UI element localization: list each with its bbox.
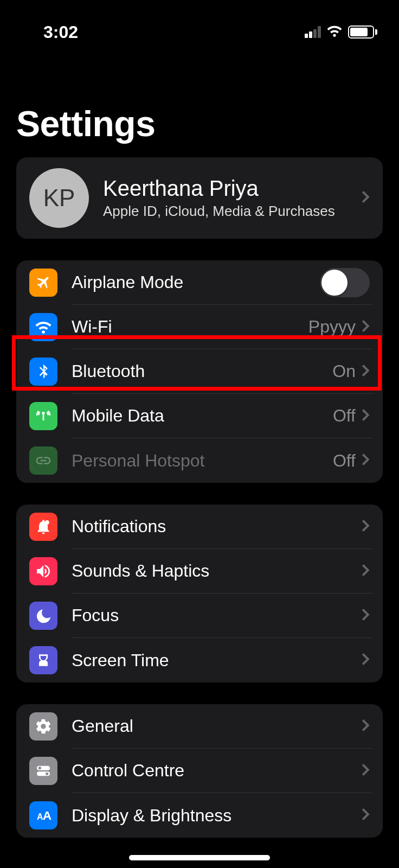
connectivity-group: Airplane Mode Wi-Fi Ppyyy Bluetooth On M… <box>16 260 383 483</box>
mobile-data-label: Mobile Data <box>72 406 333 426</box>
avatar: KP <box>29 168 89 228</box>
switches-icon <box>29 757 57 785</box>
wifi-status-icon <box>326 25 343 39</box>
wifi-icon <box>29 313 57 341</box>
wifi-row[interactable]: Wi-Fi Ppyyy <box>16 305 383 349</box>
chevron-right-icon <box>361 190 370 206</box>
chevron-right-icon <box>361 363 370 380</box>
control-centre-label: Control Centre <box>72 761 361 781</box>
airplane-mode-row[interactable]: Airplane Mode <box>16 260 383 305</box>
sounds-row[interactable]: Sounds & Haptics <box>16 549 383 593</box>
wifi-value: Ppyyy <box>308 317 356 337</box>
chevron-right-icon <box>361 519 370 535</box>
profile-group: KP Keerthana Priya Apple ID, iCloud, Med… <box>16 157 383 239</box>
general-row[interactable]: General <box>16 704 383 749</box>
sounds-label: Sounds & Haptics <box>72 561 361 581</box>
profile-row[interactable]: KP Keerthana Priya Apple ID, iCloud, Med… <box>16 157 383 239</box>
chevron-right-icon <box>361 452 370 469</box>
bluetooth-value: On <box>332 361 356 381</box>
link-icon <box>29 446 57 475</box>
airplane-icon <box>29 269 57 297</box>
svg-point-4 <box>46 773 48 775</box>
speaker-icon <box>29 557 57 585</box>
notifications-group: Notifications Sounds & Haptics Focus Scr… <box>16 505 383 682</box>
focus-label: Focus <box>72 605 361 626</box>
hotspot-value: Off <box>333 451 356 471</box>
gear-icon <box>29 712 57 741</box>
screen-time-label: Screen Time <box>72 650 361 671</box>
general-group: General Control Centre AA Display & Brig… <box>16 704 383 838</box>
airplane-toggle[interactable] <box>320 268 370 297</box>
page-title: Settings <box>0 49 399 157</box>
cellular-signal-icon <box>305 26 321 38</box>
status-time: 3:02 <box>43 22 78 42</box>
profile-subtitle: Apple ID, iCloud, Media & Purchases <box>103 203 361 220</box>
screen-time-row[interactable]: Screen Time <box>16 638 383 682</box>
battery-icon <box>348 25 377 39</box>
general-label: General <box>72 716 361 736</box>
chevron-right-icon <box>361 319 370 335</box>
mobile-data-value: Off <box>333 406 356 426</box>
bell-icon <box>29 513 57 541</box>
bluetooth-row[interactable]: Bluetooth On <box>16 349 383 394</box>
bluetooth-icon <box>29 358 57 386</box>
control-centre-row[interactable]: Control Centre <box>16 749 383 793</box>
notifications-label: Notifications <box>72 516 361 537</box>
focus-row[interactable]: Focus <box>16 593 383 638</box>
notifications-row[interactable]: Notifications <box>16 505 383 549</box>
chevron-right-icon <box>361 408 370 424</box>
svg-point-2 <box>38 767 41 769</box>
chevron-right-icon <box>361 763 370 779</box>
moon-icon <box>29 602 57 630</box>
status-icons <box>305 25 377 39</box>
airplane-label: Airplane Mode <box>72 272 320 292</box>
display-label: Display & Brightness <box>72 806 361 826</box>
wifi-label: Wi-Fi <box>72 317 308 337</box>
chevron-right-icon <box>361 563 370 579</box>
chevron-right-icon <box>361 807 370 824</box>
text-size-icon: AA <box>29 801 57 829</box>
hotspot-label: Personal Hotspot <box>72 451 333 471</box>
chevron-right-icon <box>361 652 370 668</box>
svg-point-0 <box>45 520 49 525</box>
hourglass-icon <box>29 646 57 674</box>
chevron-right-icon <box>361 608 370 624</box>
svg-text:A: A <box>43 808 52 822</box>
bluetooth-label: Bluetooth <box>72 361 332 381</box>
hotspot-row[interactable]: Personal Hotspot Off <box>16 438 383 483</box>
display-brightness-row[interactable]: AA Display & Brightness <box>16 793 383 838</box>
chevron-right-icon <box>361 718 370 735</box>
mobile-data-row[interactable]: Mobile Data Off <box>16 394 383 438</box>
antenna-icon <box>29 402 57 430</box>
profile-name: Keerthana Priya <box>103 176 361 201</box>
status-bar: 3:02 <box>0 0 399 49</box>
home-indicator[interactable] <box>129 855 270 860</box>
